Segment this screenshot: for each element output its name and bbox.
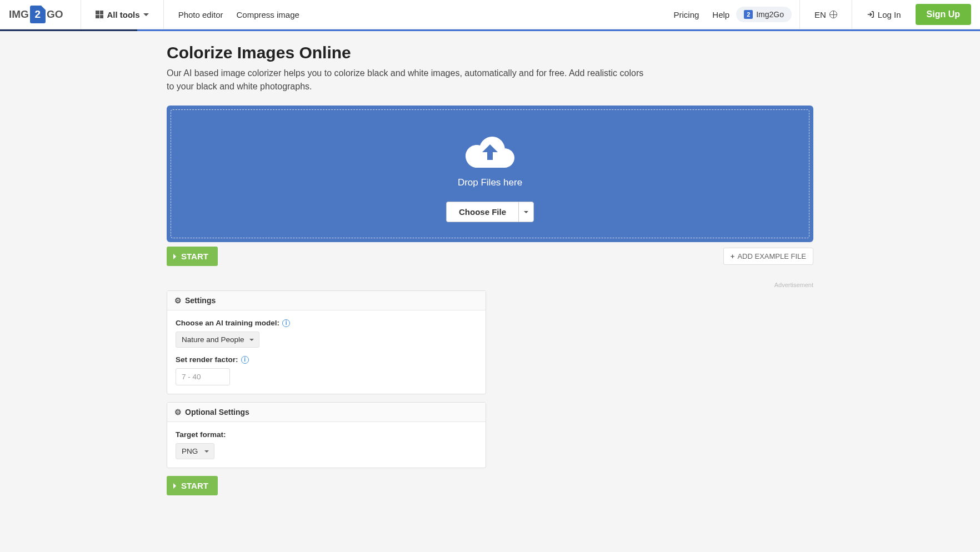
- render-factor-label: Set render factor: i: [176, 355, 477, 364]
- gear-icon: ⚙: [174, 408, 182, 416]
- target-format-label: Target format:: [176, 430, 477, 439]
- optional-settings-title: Optional Settings: [185, 408, 249, 416]
- optional-settings-header: ⚙ Optional Settings: [167, 403, 486, 422]
- add-example-file-button[interactable]: + ADD EXAMPLE FILE: [723, 248, 813, 265]
- dropzone-container: Drop Files here Choose File: [167, 106, 813, 242]
- choose-file-group: Choose File: [446, 202, 534, 222]
- start-button-bottom[interactable]: START: [167, 476, 218, 495]
- all-tools-label: All tools: [107, 10, 139, 19]
- logo-mark: 2: [30, 6, 46, 23]
- cloud-upload-icon: [177, 134, 803, 172]
- file-dropzone[interactable]: Drop Files here Choose File: [171, 109, 809, 238]
- optional-settings-panel: ⚙ Optional Settings Target format: PNG: [167, 402, 486, 468]
- info-icon[interactable]: i: [282, 319, 290, 327]
- start-button-top[interactable]: START: [167, 247, 218, 266]
- top-nav: IMG 2 GO All tools Photo editor Compress…: [0, 0, 980, 29]
- brand-badge-icon: 2: [744, 10, 753, 19]
- settings-panel: ⚙ Settings Choose an AI training model: …: [167, 290, 486, 394]
- signup-button[interactable]: Sign Up: [916, 4, 971, 25]
- logo-text-post: GO: [47, 8, 63, 21]
- nav-pricing[interactable]: Pricing: [667, 10, 706, 19]
- login-link[interactable]: Log In: [860, 10, 908, 19]
- login-icon: [867, 11, 874, 18]
- page-subtitle: Our AI based image colorizer helps you t…: [167, 67, 650, 93]
- settings-panel-header: ⚙ Settings: [167, 291, 486, 310]
- start-label: START: [181, 481, 208, 490]
- brand-badge-label: Img2Go: [756, 10, 784, 19]
- brand-badge[interactable]: 2 Img2Go: [736, 7, 792, 22]
- grid-icon: [96, 11, 103, 18]
- login-label: Log In: [878, 10, 901, 19]
- chevron-right-icon: [173, 483, 179, 489]
- target-format-select[interactable]: PNG: [176, 443, 214, 459]
- language-label: EN: [814, 10, 826, 19]
- model-label: Choose an AI training model: i: [176, 319, 477, 327]
- divider: [163, 0, 164, 29]
- start-label: START: [181, 252, 208, 261]
- divider: [81, 0, 81, 29]
- chevron-right-icon: [173, 254, 179, 259]
- choose-file-button[interactable]: Choose File: [446, 202, 518, 222]
- all-tools-menu[interactable]: All tools: [89, 10, 155, 19]
- language-switch[interactable]: EN: [808, 10, 844, 19]
- info-icon[interactable]: i: [241, 356, 249, 364]
- chevron-down-icon: [524, 211, 528, 215]
- settings-title: Settings: [185, 296, 216, 305]
- chevron-down-icon: [143, 13, 149, 19]
- drop-text: Drop Files here: [177, 177, 803, 188]
- nav-help[interactable]: Help: [706, 10, 736, 19]
- model-select[interactable]: Nature and People: [176, 332, 259, 348]
- nav-photo-editor[interactable]: Photo editor: [172, 10, 230, 19]
- add-example-label: ADD EXAMPLE FILE: [737, 252, 806, 260]
- nav-compress-image[interactable]: Compress image: [230, 10, 306, 19]
- logo[interactable]: IMG 2 GO: [9, 6, 63, 23]
- globe-icon: [829, 11, 837, 18]
- gear-icon: ⚙: [174, 296, 182, 305]
- logo-text-pre: IMG: [9, 8, 29, 21]
- render-factor-input[interactable]: [176, 368, 230, 385]
- divider: [852, 0, 852, 29]
- choose-file-dropdown[interactable]: [518, 202, 534, 222]
- page-title: Colorize Images Online: [167, 43, 813, 62]
- divider: [799, 0, 800, 29]
- plus-icon: +: [731, 252, 735, 260]
- advertisement-label: Advertisement: [167, 282, 813, 288]
